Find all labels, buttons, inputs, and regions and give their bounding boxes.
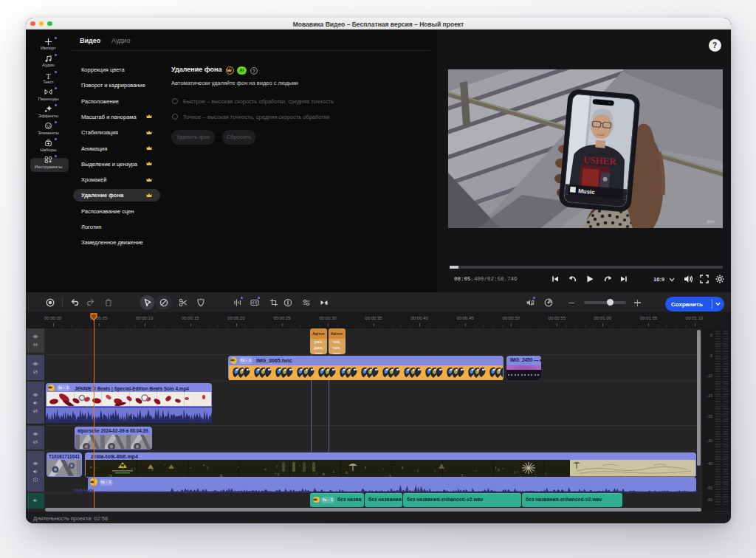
svg-text:T: T: [46, 72, 51, 79]
svg-text:@bw: @bw: [707, 220, 715, 224]
svg-text:USHER: USHER: [583, 154, 616, 167]
